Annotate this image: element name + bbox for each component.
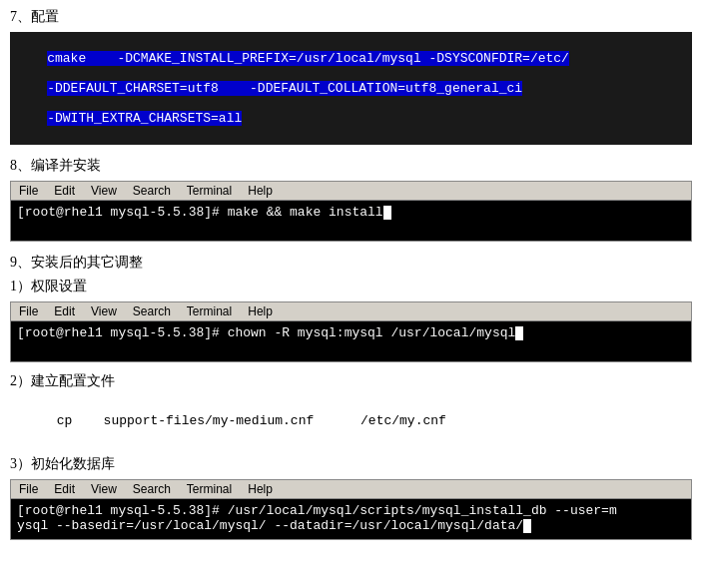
sub-heading-3: 3）初始化数据库	[10, 455, 692, 473]
terminal-cursor	[383, 206, 391, 220]
terminal-9-1-menubar[interactable]: File Edit View Search Terminal Help	[11, 302, 691, 321]
menu-search[interactable]: Search	[133, 184, 171, 198]
sub-heading-2: 2）建立配置文件	[10, 372, 692, 390]
terminal-9-1-body: [root@rhel1 mysql-5.5.38]# chown -R mysq…	[11, 321, 691, 361]
sub-section-2: 2）建立配置文件 cp support-files/my-medium.cnf …	[10, 372, 692, 449]
terminal-8: File Edit View Search Terminal Help [roo…	[10, 181, 692, 242]
menu-terminal[interactable]: Terminal	[187, 184, 232, 198]
terminal-9-1-prompt: [root@rhel1 mysql-5.5.38]# chown -R mysq…	[17, 325, 515, 340]
terminal-9-3: File Edit View Search Terminal Help [roo…	[10, 479, 692, 540]
menu-file[interactable]: File	[19, 304, 38, 318]
section-8: 8、编译并安装 File Edit View Search Terminal H…	[10, 157, 692, 242]
sub-heading-1: 1）权限设置	[10, 278, 692, 295]
terminal-cursor-2	[515, 326, 523, 340]
cmake-block: cmake -DCMAKE_INSTALL_PREFIX=/usr/local/…	[10, 32, 692, 145]
terminal-9-1: File Edit View Search Terminal Help [roo…	[10, 301, 692, 362]
menu-edit[interactable]: Edit	[54, 304, 75, 318]
section-7: 7、配置 cmake -DCMAKE_INSTALL_PREFIX=/usr/l…	[10, 8, 692, 145]
cmake-highlighted-text: cmake -DCMAKE_INSTALL_PREFIX=/usr/local/…	[47, 51, 569, 66]
section-7-heading: 7、配置	[10, 8, 692, 26]
menu-view[interactable]: View	[91, 184, 117, 198]
section-8-heading: 8、编译并安装	[10, 157, 692, 175]
menu-help[interactable]: Help	[248, 304, 273, 318]
menu-view[interactable]: View	[91, 482, 117, 496]
cp-command: cp support-files/my-medium.cnf /etc/my.c…	[57, 413, 446, 428]
menu-file[interactable]: File	[19, 482, 38, 496]
terminal-8-menubar[interactable]: File Edit View Search Terminal Help	[11, 182, 691, 201]
menu-edit[interactable]: Edit	[54, 482, 75, 496]
menu-terminal[interactable]: Terminal	[187, 304, 232, 318]
menu-search[interactable]: Search	[133, 304, 171, 318]
cp-code-block: cp support-files/my-medium.cnf /etc/my.c…	[10, 396, 692, 449]
terminal-8-body: [root@rhel1 mysql-5.5.38]# make && make …	[11, 201, 691, 241]
menu-view[interactable]: View	[91, 304, 117, 318]
terminal-9-3-prompt-1: [root@rhel1 mysql-5.5.38]# /usr/local/my…	[17, 503, 617, 518]
menu-help[interactable]: Help	[248, 184, 273, 198]
cmake-highlighted-text-3: -DWITH_EXTRA_CHARSETS=all	[47, 111, 242, 126]
sub-section-3: 3）初始化数据库 File Edit View Search Terminal …	[10, 455, 692, 540]
menu-help[interactable]: Help	[248, 482, 273, 496]
cmake-highlighted-text-2: -DDEFAULT_CHARSET=utf8 -DDEFAULT_COLLATI…	[47, 81, 522, 96]
menu-terminal[interactable]: Terminal	[187, 482, 232, 496]
menu-file[interactable]: File	[19, 184, 38, 198]
section-9-heading: 9、安装后的其它调整	[10, 254, 692, 272]
section-9: 9、安装后的其它调整 1）权限设置 File Edit View Search …	[10, 254, 692, 540]
terminal-9-3-menubar[interactable]: File Edit View Search Terminal Help	[11, 480, 691, 499]
terminal-9-3-body: [root@rhel1 mysql-5.5.38]# /usr/local/my…	[11, 499, 691, 539]
terminal-8-prompt: [root@rhel1 mysql-5.5.38]# make && make …	[17, 205, 383, 220]
menu-edit[interactable]: Edit	[54, 184, 75, 198]
terminal-cursor-3	[523, 519, 531, 533]
menu-search[interactable]: Search	[133, 482, 171, 496]
terminal-9-3-prompt-2: ysql --basedir=/usr/local/mysql/ --datad…	[17, 518, 523, 533]
sub-section-1: 1）权限设置 File Edit View Search Terminal He…	[10, 278, 692, 362]
